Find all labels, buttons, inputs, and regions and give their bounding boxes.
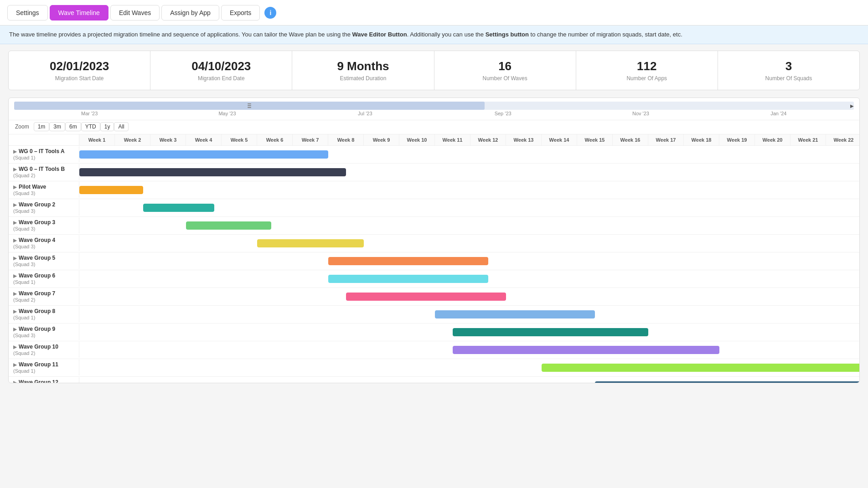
stat-label-2: Estimated Duration [297,75,429,82]
row-label-10: ▶Wave Group 9(Squad 3) [9,324,79,340]
expand-arrow-10[interactable]: ▶ [13,327,17,332]
squad-name-2: (Squad 3) [13,190,74,196]
squad-name-10: (Squad 3) [13,333,74,338]
expand-arrow-2[interactable]: ▶ [13,185,17,190]
wave-name-13: ▶Wave Group 12 [13,379,74,383]
zoom-btn-1m[interactable]: 1m [34,122,50,131]
month-label-0: Mar '23 [21,111,158,116]
squad-name-8: (Squad 2) [13,297,74,303]
settings-button[interactable]: Settings [7,5,48,21]
expand-arrow-1[interactable]: ▶ [13,167,17,172]
bar-7[interactable] [328,275,488,283]
banner-bold2: Settings button [486,31,529,38]
stat-value-3: 16 [439,59,571,73]
expand-arrow-13[interactable]: ▶ [13,380,17,383]
row-label-header [9,134,79,145]
expand-arrow-5[interactable]: ▶ [13,238,17,243]
row-bars-5 [79,235,859,252]
week-header-7: Week 7 [293,134,328,145]
expand-arrow-8[interactable]: ▶ [13,291,17,296]
bar-4[interactable] [186,221,271,230]
stat-value-4: 112 [581,59,713,73]
squad-name-0: (Squad 1) [13,155,74,160]
row-bars-4 [79,217,859,234]
scrubber-arrow-right[interactable]: ▶ [850,103,854,108]
bar-2[interactable] [79,186,143,194]
zoom-btn-YTD[interactable]: YTD [81,122,100,131]
stat-label-3: Number Of Waves [439,75,571,82]
squad-name-3: (Squad 3) [13,208,74,214]
bar-6[interactable] [328,257,488,265]
row-label-0: ▶WG 0 – IT Tools A(Squad 1) [9,146,79,162]
bar-13[interactable] [595,381,859,383]
bar-3[interactable] [143,204,214,212]
row-bars-3 [79,199,859,216]
expand-arrow-4[interactable]: ▶ [13,220,17,225]
wave-name-5: ▶Wave Group 4 [13,237,74,243]
grip-line-1 [248,103,251,104]
row-label-9: ▶Wave Group 8(Squad 1) [9,306,79,322]
zoom-buttons: 1m3m6mYTD1yAll [34,122,129,131]
week-header-17: Week 17 [648,134,684,145]
week-header-15: Week 15 [577,134,613,145]
stat-label-5: Number Of Squads [723,75,855,82]
scrubber-track[interactable]: ◀ ▶ [14,102,854,110]
bar-10[interactable] [453,328,648,336]
expand-arrow-12[interactable]: ▶ [13,362,17,367]
stat-cell-5: 3Number Of Squads [718,51,859,90]
week-header-5: Week 5 [222,134,257,145]
expand-arrow-0[interactable]: ▶ [13,149,17,154]
wave-name-3: ▶Wave Group 2 [13,201,74,208]
table-row: ▶Wave Group 7(Squad 2) [9,288,859,306]
week-header-3: Week 3 [150,134,186,145]
week-header-21: Week 21 [790,134,826,145]
banner-text-mid: . Additionally you can use the [407,31,486,38]
zoom-btn-3m[interactable]: 3m [49,122,65,131]
week-header-1: Week 1 [79,134,115,145]
assign-by-app-button[interactable]: Assign by App [161,5,219,21]
squad-name-12: (Squad 1) [13,368,74,374]
row-label-6: ▶Wave Group 5(Squad 3) [9,253,79,269]
stats-row: 02/01/2023Migration Start Date04/10/2023… [8,51,860,90]
bar-8[interactable] [346,293,506,301]
row-bars-10 [79,324,859,341]
row-bars-9 [79,306,859,323]
table-row: ▶Wave Group 11(Squad 1) [9,359,859,377]
zoom-btn-All[interactable]: All [114,122,128,131]
banner-bold1: Wave Editor Button [352,31,407,38]
bar-9[interactable] [435,310,595,318]
expand-arrow-3[interactable]: ▶ [13,202,17,207]
exports-button[interactable]: Exports [221,5,260,21]
wave-name-7: ▶Wave Group 6 [13,272,74,279]
week-header-8: Week 8 [328,134,364,145]
wave-timeline-button[interactable]: Wave Timeline [50,5,108,21]
bar-11[interactable] [453,346,719,354]
wave-name-6: ▶Wave Group 5 [13,255,74,261]
weeks-scroll: Week 1Week 2Week 3Week 4Week 5Week 6Week… [79,134,859,145]
expand-arrow-7[interactable]: ▶ [13,273,17,278]
edit-waves-button[interactable]: Edit Waves [110,5,160,21]
expand-arrow-9[interactable]: ▶ [13,309,17,314]
table-row: ▶WG 0 – IT Tools A(Squad 1) [9,146,859,164]
bar-5[interactable] [257,239,364,247]
stat-value-1: 04/10/2023 [155,59,287,73]
bar-1[interactable] [79,168,346,176]
wave-name-9: ▶Wave Group 8 [13,308,74,314]
expand-arrow-11[interactable]: ▶ [13,344,17,349]
bar-0[interactable] [79,150,328,159]
stat-label-0: Migration Start Date [13,75,145,82]
squad-name-9: (Squad 1) [13,315,74,320]
scrubber-handle[interactable] [14,102,485,110]
banner-text-pre: The wave timeline provides a projected m… [9,31,352,38]
zoom-btn-6m[interactable]: 6m [65,122,81,131]
expand-arrow-6[interactable]: ▶ [13,256,17,261]
info-icon[interactable]: i [264,7,276,19]
stat-cell-2: 9 MonthsEstimated Duration [292,51,434,90]
wave-name-1: ▶WG 0 – IT Tools B [13,166,74,172]
table-row: ▶Wave Group 6(Squad 1) [9,270,859,288]
wave-name-2: ▶Pilot Wave [13,184,74,190]
bar-12[interactable] [542,364,859,372]
zoom-btn-1y[interactable]: 1y [100,122,114,131]
row-bars-7 [79,270,859,288]
squad-name-6: (Squad 3) [13,262,74,267]
